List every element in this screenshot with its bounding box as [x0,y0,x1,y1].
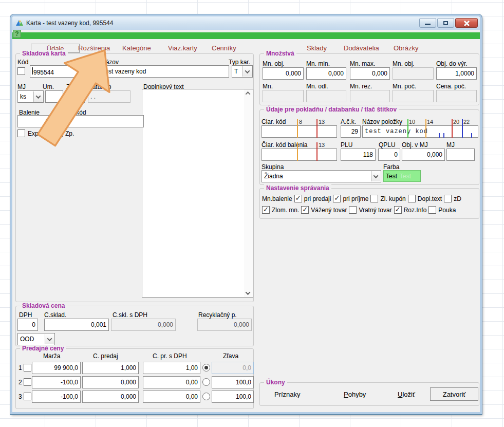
marza1-field[interactable]: 99 900,0 [32,362,81,374]
tab-obrazky[interactable]: Obrázky [394,44,418,53]
marza3-field[interactable]: -100,0 [32,391,81,403]
datum-field: . . [88,90,130,103]
mn-poc-field [393,90,434,102]
sdph2-field[interactable]: 0,00 [143,376,200,388]
ruler-tick-13: 13 [319,119,325,125]
ack-label: A.č.k. [341,118,356,125]
zd-checkbox[interactable] [444,195,452,202]
roz-info-checkbox[interactable] [394,206,402,214]
dodkod-field[interactable] [63,115,144,127]
tab-kategorie[interactable]: Kategórie [122,44,151,53]
chevron-down-icon[interactable] [45,334,54,344]
predaj1-field[interactable]: 1,000 [82,362,139,374]
typ-kar-select[interactable]: T [232,65,253,78]
minimize-button[interactable] [419,18,436,28]
tab-rozsirenia[interactable]: Rozšírenia [78,44,110,53]
obj-do-vyr-field[interactable]: 1,0000 [436,67,477,80]
mn-max-field[interactable]: 0,000 [350,67,390,80]
qplu-field[interactable]: 0 [378,148,400,161]
price-row1-radio[interactable] [202,364,210,372]
zlava2-field[interactable]: 100,0 [212,376,254,388]
pohyby-button[interactable]: Pohyby [344,391,366,398]
price-row2-radio[interactable] [202,378,210,386]
ciar-kod-field[interactable] [262,125,337,138]
predaj2-field[interactable]: 0,000 [82,376,139,388]
skupina-select[interactable]: Žiadna [262,170,381,182]
dph-field[interactable]: 0 [17,319,38,331]
price-row3-checkbox[interactable] [24,393,31,400]
zp-checkbox[interactable] [55,129,63,137]
group-legend: Údaje pre pokladňu / databanku / tlač št… [264,106,399,113]
ack-field[interactable]: 29 [341,125,361,138]
price-row2-checkbox[interactable] [24,378,31,386]
title-bar[interactable]: Karta - test vazeny kod, 995544 [12,16,480,30]
chevron-down-icon[interactable] [33,91,43,102]
scrollbar[interactable] [244,89,253,297]
price-row1-checkbox[interactable] [24,364,31,372]
price-row3-radio[interactable] [202,393,210,400]
group-legend: Nastavenie správania [264,184,331,192]
tab-dodavatelia[interactable]: Dodávatelia [344,44,379,53]
scroll-up-icon[interactable] [246,91,251,97]
ood-select[interactable]: OOD [17,333,55,345]
zlom-mn-checkbox[interactable] [262,206,270,214]
obj-v-mj-field[interactable]: 0,000 [402,148,445,161]
price-row-num: 2 [18,379,22,386]
ruler-line-red [316,119,318,138]
balenie-field[interactable]: 0,00 [17,115,60,127]
mn-max-label: Mn. max. [350,60,375,67]
mn-min-field[interactable]: 0,000 [306,67,346,80]
ruler-minor-tick [471,133,472,138]
close-button[interactable] [455,18,478,28]
pri-prijme-checkbox[interactable] [333,195,341,202]
vazeny-tovar-checkbox[interactable] [301,206,309,214]
zlava3-field[interactable]: 100,0 [212,391,254,403]
ciar-kod-balenia-field[interactable] [262,148,337,161]
zl-kupon-checkbox[interactable] [370,195,378,202]
pri-predaji-checkbox[interactable] [294,195,302,202]
group-ukony: Úkony Príznaky Pohyby Uložiť Zatvoriť [259,382,479,406]
csklad-field[interactable]: 0,001 [44,319,109,331]
help-button[interactable]: ? [13,30,21,38]
tab-viazkarty[interactable]: Viaz.karty [168,44,197,53]
vratny-tovar-checkbox[interactable] [349,206,357,214]
sdph1-field[interactable]: 1,00 [143,362,200,374]
tab-cenniky[interactable]: Cenníky [212,44,236,53]
maximize-button[interactable] [437,18,454,28]
scroll-down-icon[interactable] [246,290,251,295]
farba-chip[interactable]: Test Test [383,170,421,182]
zar-field[interactable] [66,90,85,103]
close-icon [463,20,470,26]
dopl-text-checkbox[interactable] [408,195,416,202]
card-dialog: Karta - test vazeny kod, 995544 ? Údaje … [10,14,482,414]
sdph3-field[interactable]: 0,00 [143,391,200,403]
predaj3-field[interactable]: 0,000 [82,391,139,403]
um-label: Um. [43,83,54,90]
mj-select[interactable]: ks [17,90,44,103]
ulozit-button[interactable]: Uložiť [398,391,415,398]
plu-field[interactable]: 118 [341,148,376,161]
priznaky-button[interactable]: Príznaky [274,391,301,398]
mn-obj-label: Mn. obj. [263,60,285,67]
nazov-polozky-field[interactable]: test vazeny kod [362,125,478,138]
zatvorit-button[interactable]: Zatvoriť [430,387,478,401]
mj2-field[interactable] [446,148,475,161]
doplnkovy-text-area[interactable] [142,89,253,298]
marza2-field[interactable]: -100,0 [32,376,81,388]
chevron-down-icon[interactable] [242,66,252,77]
tab-sklady[interactable]: Sklady [307,44,327,53]
ruler-tick-14: 14 [427,119,433,125]
dialog-body: ? Údaje Rozšírenia Kategórie Viaz.karty … [12,30,480,412]
ruler-tick-22: 22 [463,119,470,125]
chevron-down-icon[interactable] [371,171,380,181]
kod-checkbox[interactable] [17,67,25,75]
mn-obj-field[interactable]: 0,000 [263,67,304,80]
nazov-field[interactable]: test vazeny kod [101,65,229,78]
export-checkbox[interactable] [17,129,25,137]
poukaz-checkbox[interactable] [428,206,436,214]
kod-field[interactable]: 995544 [30,65,98,78]
ruler-line-orange [297,142,298,161]
marza-header: Marža [43,352,60,360]
um-field[interactable] [45,90,63,103]
dopl-text-label: Dopl.text [418,195,442,202]
